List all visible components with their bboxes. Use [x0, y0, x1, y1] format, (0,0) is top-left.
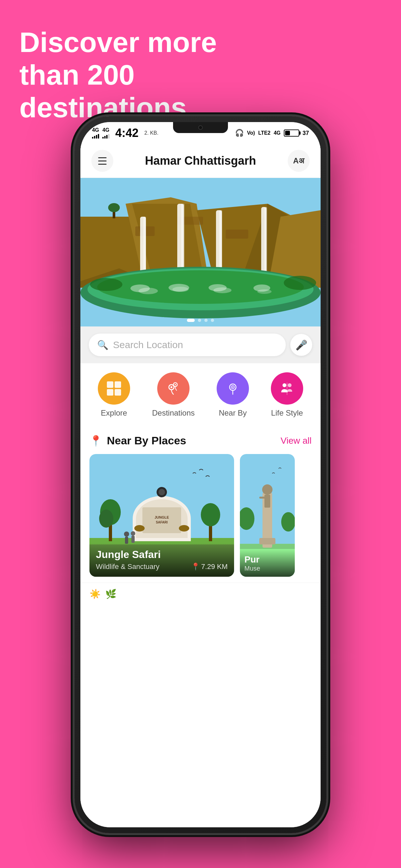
network-label-2: 4G — [102, 128, 109, 133]
menu-button[interactable] — [91, 150, 113, 172]
dot-4 — [211, 319, 214, 322]
category-nearby[interactable]: Near By — [217, 372, 249, 417]
language-button[interactable]: Aअ — [288, 150, 310, 172]
explore-icon-circle — [98, 372, 130, 405]
svg-rect-55 — [143, 507, 181, 533]
section-title-wrap: 📍 Near By Places — [89, 434, 186, 447]
search-section: 🔍 Search Location 🎤 — [81, 327, 320, 363]
teaser-icon-2: 🌿 — [105, 589, 117, 599]
svg-point-58 — [134, 525, 145, 531]
place-meta: Wildlife & Sanctuary 📍 7.29 KM — [96, 562, 227, 571]
status-left: 4G 4G — [92, 126, 158, 140]
category-destinations[interactable]: Destinations — [152, 372, 195, 417]
svg-rect-37 — [115, 389, 121, 396]
svg-point-27 — [284, 276, 316, 290]
headphone-icon: 🎧 — [235, 129, 244, 137]
place-name-puri: Pur — [244, 554, 290, 565]
svg-point-46 — [288, 383, 291, 387]
battery-tip — [299, 131, 301, 135]
svg-point-59 — [179, 525, 189, 531]
svg-point-29 — [168, 284, 189, 291]
status-time: 4:42 — [115, 126, 138, 140]
data-speed: 2. KB. — [144, 130, 158, 136]
phone-wrapper: 4G 4G — [74, 116, 327, 833]
app-title: Hamar Chhattisgarh — [145, 154, 256, 167]
signal-bars-1 — [92, 133, 99, 138]
distance-value: 7.29 KM — [201, 562, 227, 571]
status-right: 🎧 Vo) LTE2 4G 37 — [235, 129, 309, 137]
place-card-overlay: Jungle Safari Wildlife & Sanctuary 📍 7.2… — [89, 543, 234, 577]
volte-label: Vo) — [247, 130, 255, 136]
place-card-jungle-safari[interactable]: JUNGLE SAFARI Jungle Safari Wildlife & S… — [89, 454, 234, 577]
bottom-teaser: ☀️ 🌿 — [81, 583, 320, 605]
destinations-icon-circle — [157, 372, 189, 405]
svg-point-31 — [253, 284, 270, 291]
page-background: Discover more than 200 destinations — [0, 0, 401, 868]
categories-grid: Explore — [87, 372, 314, 417]
signal-group-1: 4G — [92, 128, 99, 138]
category-lifestyle[interactable]: Life Style — [271, 372, 303, 417]
svg-rect-78 — [259, 497, 269, 499]
search-icon: 🔍 — [97, 340, 109, 350]
section-header: 📍 Near By Places View all — [89, 434, 312, 447]
svg-point-64 — [201, 503, 220, 526]
svg-point-21 — [97, 270, 304, 304]
svg-point-45 — [282, 383, 286, 387]
microphone-icon: 🎤 — [296, 339, 307, 351]
phone-shell: 4G 4G — [74, 116, 327, 833]
svg-rect-34 — [107, 381, 113, 388]
svg-point-44 — [232, 386, 234, 388]
waterfall-illustration — [81, 178, 320, 327]
battery-fill — [285, 131, 290, 135]
place-card-partial[interactable]: Pur Muse — [240, 454, 295, 577]
svg-point-26 — [90, 278, 122, 291]
search-bar[interactable]: 🔍 Search Location — [89, 334, 286, 356]
svg-point-57 — [158, 489, 165, 495]
menu-line-1 — [98, 157, 106, 158]
svg-rect-10 — [226, 229, 248, 239]
menu-line-2 — [98, 160, 106, 161]
menu-line-3 — [98, 164, 106, 165]
explore-label: Explore — [101, 408, 127, 417]
svg-point-80 — [281, 512, 295, 531]
app-content: Hamar Chhattisgarh Aअ — [81, 144, 320, 827]
nearby-label: Near By — [219, 408, 247, 417]
destinations-icon — [165, 380, 182, 397]
battery-icon — [284, 129, 299, 136]
svg-point-65 — [124, 531, 129, 537]
nearby-icon — [224, 380, 241, 397]
svg-point-67 — [131, 531, 135, 536]
lang-btn-label: Aअ — [293, 156, 304, 165]
phone-screen: 4G 4G — [81, 122, 320, 827]
notch — [173, 122, 228, 133]
destinations-label: Destinations — [152, 408, 195, 417]
search-placeholder: Search Location — [113, 339, 183, 350]
svg-rect-36 — [107, 389, 113, 396]
category-explore[interactable]: Explore — [98, 372, 130, 417]
explore-icon — [105, 380, 122, 397]
carousel-dots — [187, 319, 214, 322]
lifestyle-icon-circle — [271, 372, 303, 405]
place-distance-jungle: 📍 7.29 KM — [191, 562, 227, 571]
signal-bars-2 — [102, 133, 110, 138]
sun-icon: ☀️ — [89, 589, 101, 599]
location-pin-icon: 📍 — [89, 435, 102, 447]
view-all-button[interactable]: View all — [281, 436, 312, 446]
lifestyle-icon — [279, 380, 296, 397]
lifestyle-label: Life Style — [271, 408, 303, 417]
hero-banner — [81, 178, 320, 327]
nearby-section-title: Near By Places — [107, 434, 186, 447]
place-category-jungle: Wildlife & Sanctuary — [96, 562, 159, 571]
svg-point-30 — [209, 284, 227, 291]
svg-point-76 — [262, 485, 273, 495]
dot-1 — [187, 319, 195, 322]
dot-3 — [204, 319, 208, 322]
hero-text: Discover more than 200 destinations — [19, 26, 220, 124]
svg-point-41 — [175, 384, 176, 385]
categories-section: Explore — [81, 363, 320, 425]
microphone-button[interactable]: 🎤 — [290, 334, 312, 356]
place-category-puri: Muse — [244, 565, 290, 572]
place-card-partial-overlay: Pur Muse — [240, 550, 295, 577]
svg-point-62 — [99, 509, 113, 528]
dot-2 — [198, 319, 201, 322]
